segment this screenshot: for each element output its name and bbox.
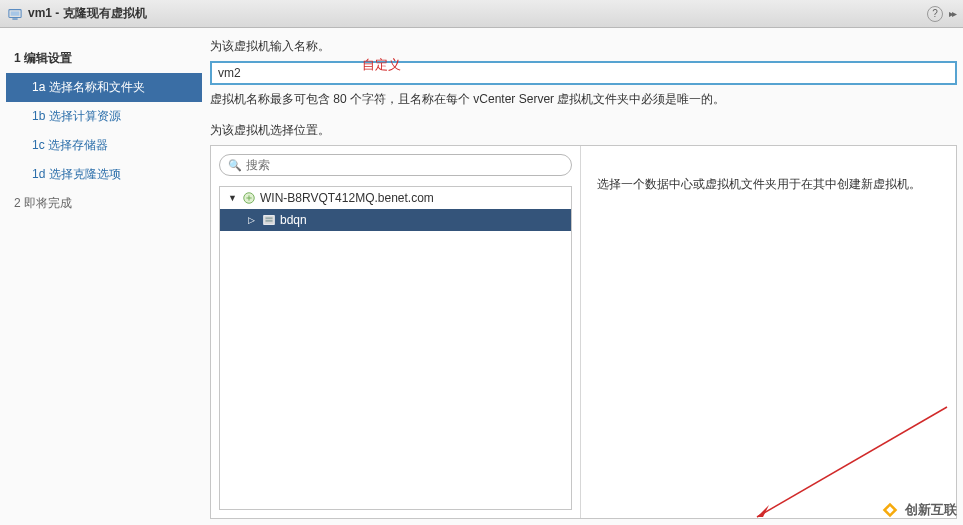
window-title: vm1 - 克隆现有虚拟机 [28, 5, 927, 22]
tree-root[interactable]: ▼ WIN-B8RVQT412MQ.benet.com [220, 187, 571, 209]
location-label: 为该虚拟机选择位置。 [210, 118, 957, 145]
watermark: 创新互联 [879, 499, 957, 521]
sidebar-item-name-folder[interactable]: 1a 选择名称和文件夹 [6, 73, 202, 102]
datacenter-icon [262, 213, 276, 227]
tree-child[interactable]: ▷ bdqn [220, 209, 571, 231]
vcenter-icon [242, 191, 256, 205]
help-icon[interactable]: ? [927, 6, 943, 22]
titlebar: vm1 - 克隆现有虚拟机 ? ▸▸ [0, 0, 963, 28]
location-frame: 🔍 ▼ WIN-B8RVQT412MQ.benet.com ▷ bdqn [210, 145, 957, 519]
svg-rect-2 [12, 18, 17, 19]
name-hint: 虚拟机名称最多可包含 80 个字符，且名称在每个 vCenter Server … [210, 85, 957, 118]
search-icon: 🔍 [228, 159, 242, 172]
tree-pane: 🔍 ▼ WIN-B8RVQT412MQ.benet.com ▷ bdqn [211, 146, 581, 518]
svg-rect-6 [266, 220, 273, 222]
desc-text: 选择一个数据中心或虚拟机文件夹用于在其中创建新虚拟机。 [597, 177, 921, 191]
content: 1 编辑设置 1a 选择名称和文件夹 1b 选择计算资源 1c 选择存储器 1d… [0, 28, 963, 525]
watermark-text: 创新互联 [905, 501, 957, 519]
sidebar-item-clone-options[interactable]: 1d 选择克隆选项 [6, 160, 202, 189]
tree-child-label: bdqn [280, 213, 307, 227]
svg-rect-1 [11, 11, 20, 15]
vm-icon [8, 7, 22, 21]
search-box[interactable]: 🔍 [219, 154, 572, 176]
step-2-heading: 2 即将完成 [6, 189, 202, 218]
chevron-down-icon[interactable]: ▼ [228, 193, 238, 203]
search-wrap: 🔍 [211, 146, 580, 180]
tree: ▼ WIN-B8RVQT412MQ.benet.com ▷ bdqn [219, 186, 572, 510]
sidebar-item-compute[interactable]: 1b 选择计算资源 [6, 102, 202, 131]
expand-icon[interactable]: ▸▸ [949, 8, 955, 19]
main-panel: 为该虚拟机输入名称。 自定义 虚拟机名称最多可包含 80 个字符，且名称在每个 … [210, 34, 957, 519]
step-1-heading: 1 编辑设置 [6, 44, 202, 73]
svg-rect-5 [266, 217, 273, 219]
tree-root-label: WIN-B8RVQT412MQ.benet.com [260, 191, 434, 205]
sidebar-item-storage[interactable]: 1c 选择存储器 [6, 131, 202, 160]
vm-name-input[interactable] [210, 61, 957, 85]
wizard-sidebar: 1 编辑设置 1a 选择名称和文件夹 1b 选择计算资源 1c 选择存储器 1d… [6, 34, 202, 519]
watermark-logo-icon [879, 499, 901, 521]
chevron-right-icon[interactable]: ▷ [248, 215, 258, 225]
search-input[interactable] [246, 158, 563, 172]
desc-pane: 选择一个数据中心或虚拟机文件夹用于在其中创建新虚拟机。 [581, 146, 956, 518]
name-label: 为该虚拟机输入名称。 [210, 34, 957, 61]
